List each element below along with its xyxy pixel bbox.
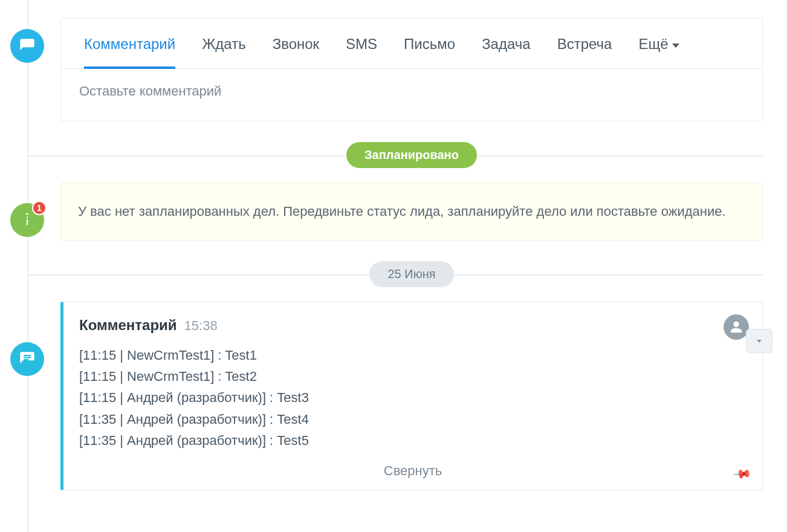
tab-comment[interactable]: Комментарий [71, 19, 189, 68]
planned-divider: Запланировано [60, 142, 763, 168]
tab-task[interactable]: Задача [468, 19, 544, 68]
tab-wait[interactable]: Ждать [189, 19, 259, 68]
comment-entry: Комментарий 15:38 [11:15 | NewCrmTest1] … [60, 302, 763, 490]
comment-line: [11:35 | Андрей (разработчик)] : Test5 [79, 430, 747, 451]
comment-line: [11:15 | Андрей (разработчик)] : Test3 [79, 387, 747, 408]
comment-time: 15:38 [184, 318, 218, 334]
comment-body: [11:15 | NewCrmTest1] : Test1 [11:15 | N… [79, 345, 747, 451]
comment-line: [11:15 | NewCrmTest1] : Test2 [79, 366, 747, 387]
planned-badge: Запланировано [346, 142, 477, 168]
comment-line: [11:35 | Андрей (разработчик)] : Test4 [79, 409, 747, 430]
info-icon: 1 [10, 203, 44, 237]
activity-tabs-card: Комментарий Ждать Звонок SMS Письмо Зада… [60, 18, 763, 122]
comment-input-row [61, 69, 762, 121]
tab-more[interactable]: Ещё [625, 19, 692, 68]
author-avatar[interactable] [724, 314, 749, 340]
comment-lines-icon [10, 342, 44, 376]
date-divider: 25 Июня [60, 261, 763, 287]
tab-more-label: Ещё [638, 36, 668, 53]
no-planned-notice: У вас нет запланированных дел. Передвинь… [60, 183, 763, 241]
tab-sms[interactable]: SMS [332, 19, 390, 68]
comment-line: [11:15 | NewCrmTest1] : Test1 [79, 345, 747, 366]
comment-header: Комментарий 15:38 [79, 317, 747, 334]
comment-title: Комментарий [79, 317, 177, 334]
chat-bubble-icon [10, 29, 44, 63]
date-badge: 25 Июня [369, 261, 453, 287]
collapse-button[interactable]: Свернуть [79, 459, 747, 484]
chevron-down-icon [672, 44, 679, 48]
timeline-line [27, 0, 28, 532]
activity-tabs: Комментарий Ждать Звонок SMS Письмо Зада… [61, 19, 762, 69]
info-badge: 1 [32, 201, 47, 215]
scroll-down-toggle[interactable] [746, 329, 772, 353]
svg-point-0 [26, 213, 28, 215]
tab-call[interactable]: Звонок [259, 19, 332, 68]
comment-input[interactable] [79, 83, 744, 99]
tab-meeting[interactable]: Встреча [544, 19, 626, 68]
tab-email[interactable]: Письмо [390, 19, 468, 68]
